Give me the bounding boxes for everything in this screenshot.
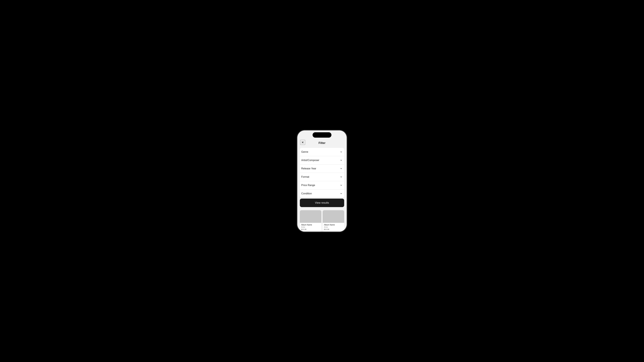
chevron-down-icon <box>340 159 343 162</box>
chevron-down-icon <box>340 167 343 170</box>
filter-item-release-year[interactable]: Release Year <box>300 164 344 173</box>
album-artist-1: Artist <box>301 226 320 228</box>
album-thumbnail-2 <box>323 210 344 223</box>
filter-section: Genre Artist/Composer <box>300 148 344 197</box>
filter-item-genre[interactable]: Genre <box>300 148 344 156</box>
filter-price-range-label: Price Range <box>301 184 315 187</box>
chevron-down-icon <box>340 192 343 195</box>
filter-item-artist-composer[interactable]: Artist/Composer <box>300 156 344 164</box>
chevron-down-icon <box>340 184 343 187</box>
album-info-1: Album Name Artist $15.99 <box>300 223 321 232</box>
album-card-1[interactable]: Album Name Artist $15.99 <box>300 210 321 232</box>
filter-list: Genre Artist/Composer <box>297 148 347 197</box>
chevron-down-icon <box>340 150 343 153</box>
album-price-1: $15.99 <box>301 228 320 230</box>
close-button[interactable] <box>300 140 305 145</box>
bottom-peek-cards: Album Name Artist $15.99 Album Name Arti… <box>297 210 347 232</box>
album-card-2[interactable]: Album Name Artist $15.99 <box>323 210 344 232</box>
filter-genre-label: Genre <box>301 150 308 153</box>
dynamic-island <box>312 132 332 138</box>
filter-item-price-range[interactable]: Price Range <box>300 181 344 189</box>
filter-artist-composer-label: Artist/Composer <box>301 159 319 162</box>
phone-shell: Filter Genre Artis <box>297 130 347 232</box>
album-thumbnail-1 <box>300 210 321 223</box>
filter-format-label: Format <box>301 175 309 178</box>
main-content: Filter Genre Artis <box>297 139 347 232</box>
filter-release-year-label: Release Year <box>301 167 316 170</box>
filter-item-format[interactable]: Format <box>300 173 344 181</box>
filter-condition-label: Condition <box>301 192 312 195</box>
phone-screen: Filter Genre Artis <box>297 130 347 232</box>
album-name-2: Album Name <box>324 224 343 226</box>
chevron-down-icon <box>340 175 343 178</box>
album-artist-2: Artist <box>324 226 343 228</box>
phone-wrapper: Filter Genre Artis <box>297 130 347 232</box>
filter-item-condition[interactable]: Condition <box>300 189 344 197</box>
album-info-2: Album Name Artist $15.99 <box>323 223 344 232</box>
album-price-2: $15.99 <box>324 228 343 230</box>
view-results-button[interactable]: View results <box>300 199 344 207</box>
album-name-1: Album Name <box>301 224 320 226</box>
